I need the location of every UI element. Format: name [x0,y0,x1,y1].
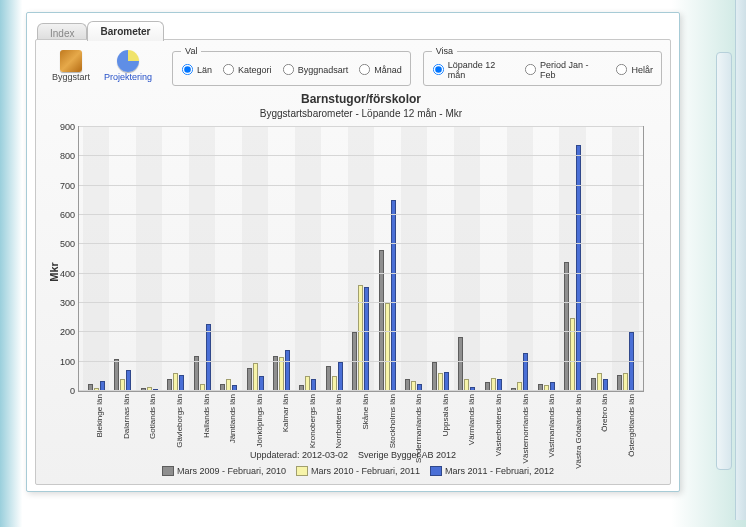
chart-subtitle: Byggstartsbarometer - Löpande 12 mån - M… [78,108,644,119]
radio-val-1[interactable]: Kategori [222,63,272,76]
xtick-label: Örebro län [600,394,609,432]
legend-swatch [296,466,308,476]
bar [576,145,581,391]
radio-visa-2[interactable]: Helår [615,63,653,76]
xtick-label: Dalarnas län [122,394,131,439]
legend-swatch [162,466,174,476]
category-column [507,127,533,391]
mode-byggstart-label: Byggstart [52,72,90,82]
outer-scrollbar[interactable] [735,0,746,520]
radio-visa-1[interactable]: Period Jan - Feb [524,60,605,80]
radio-input[interactable] [182,64,193,75]
bar [326,366,331,391]
radio-input[interactable] [433,64,444,75]
panel-barometer: Byggstart Projektering Val LänKategoriBy… [35,39,671,485]
radio-label: Löpande 12 mån [448,60,514,80]
group-visa-legend: Visa [432,46,457,56]
bar [352,332,357,391]
xtick-label: Skåne län [361,394,370,430]
category-column [427,127,453,391]
xtick-label: Hallands län [202,394,211,438]
bar [173,373,178,391]
xtick: Östergötlands län [614,392,641,452]
bar [523,353,528,391]
radio-val-2[interactable]: Byggnadsart [282,63,349,76]
xtick: Norrbottens län [321,392,348,452]
radio-input[interactable] [359,64,370,75]
ytick-label: 700 [60,181,75,191]
legend: Mars 2009 - Februari, 2010Mars 2010 - Fe… [36,465,670,479]
gridline [79,302,643,303]
copyright-text: Sverige Bygger AB 2012 [358,450,456,460]
radio-input[interactable] [223,64,234,75]
gridline [79,331,643,332]
xtick: Västernorrlands län [507,392,534,452]
category-column [242,127,268,391]
radio-input[interactable] [616,64,627,75]
gridline [79,243,643,244]
tab-barometer[interactable]: Barometer [87,21,163,41]
ytick-label: 400 [60,269,75,279]
radio-label: Byggnadsart [298,65,349,75]
xtick: Gotlands län [135,392,162,452]
xtick-label: Uppsala län [441,394,450,436]
gridline [79,361,643,362]
xtick: Västmanlands län [534,392,561,452]
bar [247,368,252,391]
category-column [162,127,188,391]
ytick-label: 300 [60,298,75,308]
radio-input[interactable] [283,64,294,75]
chart: Barnstugor/förskolor Byggstartsbarometer… [78,92,644,452]
bars-container [79,127,643,391]
mode-byggstart[interactable]: Byggstart [52,50,90,82]
category-column [215,127,241,391]
updated-text: Uppdaterad: 2012-03-02 [250,450,348,460]
xtick: Skåne län [348,392,375,452]
chart-footer: Uppdaterad: 2012-03-02 Sverige Bygger AB… [36,449,670,478]
xtick-label: Västerbottens län [494,394,503,456]
bar [179,375,184,391]
radio-label: Månad [374,65,402,75]
bar [432,362,437,391]
radio-val-3[interactable]: Månad [358,63,402,76]
xtick-label: Blekinge län [95,394,104,438]
legend-label: Mars 2011 - Februari, 2012 [445,466,554,476]
category-column [189,127,215,391]
bar [206,324,211,391]
gridline [79,214,643,215]
gridline [79,390,643,391]
bar [385,303,390,391]
xtick: Jönköpings län [241,392,268,452]
bar [444,372,449,391]
ytick-label: 600 [60,210,75,220]
bar [570,318,575,391]
xtick: Västerbottens län [481,392,508,452]
category-column [295,127,321,391]
bar [438,373,443,391]
legend-label: Mars 2010 - Februari, 2011 [311,466,420,476]
category-column [83,127,109,391]
gridline [79,273,643,274]
ytick-label: 900 [60,122,75,132]
ytick-label: 200 [60,327,75,337]
category-column [268,127,294,391]
inner-scrollbar[interactable] [716,52,732,470]
bar [564,262,569,391]
ytick-label: 0 [70,386,75,396]
gridline [79,155,643,156]
y-axis-label: Mkr [48,262,60,282]
bar [391,200,396,391]
category-column [533,127,559,391]
radio-val-0[interactable]: Län [181,63,212,76]
xtick: Kronobergs län [295,392,322,452]
group-visa: Visa Löpande 12 månPeriod Jan - FebHelår [423,46,662,86]
gridline [79,126,643,127]
bar [458,337,463,391]
legend-label: Mars 2009 - Februari, 2010 [177,466,286,476]
mode-projektering[interactable]: Projektering [104,50,152,82]
radio-visa-0[interactable]: Löpande 12 mån [432,60,514,80]
xtick: Västra Götalands län [560,392,587,452]
xtick: Blekinge län [82,392,109,452]
radio-input[interactable] [525,64,536,75]
mode-projektering-label: Projektering [104,72,152,82]
